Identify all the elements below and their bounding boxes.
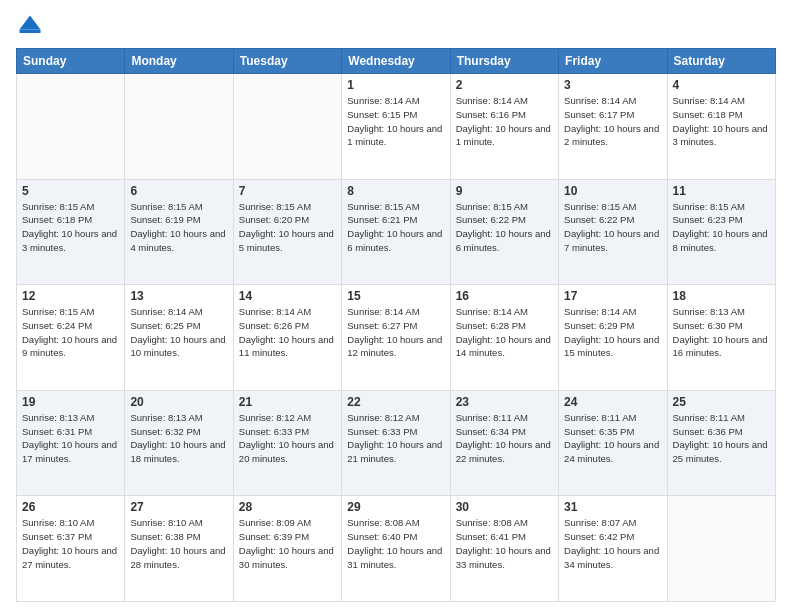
calendar-cell (233, 74, 341, 180)
day-number: 2 (456, 78, 553, 92)
calendar-table: SundayMondayTuesdayWednesdayThursdayFrid… (16, 48, 776, 602)
day-number: 21 (239, 395, 336, 409)
day-number: 4 (673, 78, 770, 92)
day-info: Sunrise: 8:14 AM Sunset: 6:18 PM Dayligh… (673, 94, 770, 149)
calendar-day-header: Wednesday (342, 49, 450, 74)
day-number: 23 (456, 395, 553, 409)
day-number: 31 (564, 500, 661, 514)
calendar-cell: 5Sunrise: 8:15 AM Sunset: 6:18 PM Daylig… (17, 179, 125, 285)
calendar-cell: 2Sunrise: 8:14 AM Sunset: 6:16 PM Daylig… (450, 74, 558, 180)
day-info: Sunrise: 8:11 AM Sunset: 6:36 PM Dayligh… (673, 411, 770, 466)
day-info: Sunrise: 8:12 AM Sunset: 6:33 PM Dayligh… (347, 411, 444, 466)
day-info: Sunrise: 8:15 AM Sunset: 6:22 PM Dayligh… (564, 200, 661, 255)
day-number: 1 (347, 78, 444, 92)
day-info: Sunrise: 8:15 AM Sunset: 6:18 PM Dayligh… (22, 200, 119, 255)
day-number: 27 (130, 500, 227, 514)
day-number: 28 (239, 500, 336, 514)
day-info: Sunrise: 8:14 AM Sunset: 6:27 PM Dayligh… (347, 305, 444, 360)
day-info: Sunrise: 8:11 AM Sunset: 6:34 PM Dayligh… (456, 411, 553, 466)
day-number: 17 (564, 289, 661, 303)
svg-rect-1 (20, 30, 41, 34)
day-info: Sunrise: 8:09 AM Sunset: 6:39 PM Dayligh… (239, 516, 336, 571)
day-number: 26 (22, 500, 119, 514)
day-info: Sunrise: 8:14 AM Sunset: 6:28 PM Dayligh… (456, 305, 553, 360)
calendar-cell: 11Sunrise: 8:15 AM Sunset: 6:23 PM Dayli… (667, 179, 775, 285)
day-info: Sunrise: 8:12 AM Sunset: 6:33 PM Dayligh… (239, 411, 336, 466)
calendar-cell: 10Sunrise: 8:15 AM Sunset: 6:22 PM Dayli… (559, 179, 667, 285)
day-number: 10 (564, 184, 661, 198)
day-info: Sunrise: 8:14 AM Sunset: 6:25 PM Dayligh… (130, 305, 227, 360)
calendar-day-header: Tuesday (233, 49, 341, 74)
day-info: Sunrise: 8:14 AM Sunset: 6:29 PM Dayligh… (564, 305, 661, 360)
calendar-cell: 29Sunrise: 8:08 AM Sunset: 6:40 PM Dayli… (342, 496, 450, 602)
day-number: 11 (673, 184, 770, 198)
calendar-cell: 30Sunrise: 8:08 AM Sunset: 6:41 PM Dayli… (450, 496, 558, 602)
calendar-cell: 27Sunrise: 8:10 AM Sunset: 6:38 PM Dayli… (125, 496, 233, 602)
calendar-cell: 3Sunrise: 8:14 AM Sunset: 6:17 PM Daylig… (559, 74, 667, 180)
calendar-week-row: 12Sunrise: 8:15 AM Sunset: 6:24 PM Dayli… (17, 285, 776, 391)
calendar-cell: 8Sunrise: 8:15 AM Sunset: 6:21 PM Daylig… (342, 179, 450, 285)
calendar-cell: 26Sunrise: 8:10 AM Sunset: 6:37 PM Dayli… (17, 496, 125, 602)
calendar-cell: 24Sunrise: 8:11 AM Sunset: 6:35 PM Dayli… (559, 390, 667, 496)
day-info: Sunrise: 8:11 AM Sunset: 6:35 PM Dayligh… (564, 411, 661, 466)
calendar-cell: 21Sunrise: 8:12 AM Sunset: 6:33 PM Dayli… (233, 390, 341, 496)
day-number: 13 (130, 289, 227, 303)
day-number: 30 (456, 500, 553, 514)
calendar-cell: 22Sunrise: 8:12 AM Sunset: 6:33 PM Dayli… (342, 390, 450, 496)
day-info: Sunrise: 8:14 AM Sunset: 6:15 PM Dayligh… (347, 94, 444, 149)
calendar-header-row: SundayMondayTuesdayWednesdayThursdayFrid… (17, 49, 776, 74)
calendar-cell: 14Sunrise: 8:14 AM Sunset: 6:26 PM Dayli… (233, 285, 341, 391)
calendar-cell: 6Sunrise: 8:15 AM Sunset: 6:19 PM Daylig… (125, 179, 233, 285)
day-info: Sunrise: 8:14 AM Sunset: 6:26 PM Dayligh… (239, 305, 336, 360)
day-info: Sunrise: 8:13 AM Sunset: 6:31 PM Dayligh… (22, 411, 119, 466)
day-info: Sunrise: 8:10 AM Sunset: 6:37 PM Dayligh… (22, 516, 119, 571)
day-number: 8 (347, 184, 444, 198)
calendar-cell: 28Sunrise: 8:09 AM Sunset: 6:39 PM Dayli… (233, 496, 341, 602)
day-number: 3 (564, 78, 661, 92)
calendar-cell: 9Sunrise: 8:15 AM Sunset: 6:22 PM Daylig… (450, 179, 558, 285)
day-info: Sunrise: 8:08 AM Sunset: 6:41 PM Dayligh… (456, 516, 553, 571)
day-info: Sunrise: 8:08 AM Sunset: 6:40 PM Dayligh… (347, 516, 444, 571)
calendar-cell (125, 74, 233, 180)
day-number: 14 (239, 289, 336, 303)
day-number: 5 (22, 184, 119, 198)
day-info: Sunrise: 8:15 AM Sunset: 6:19 PM Dayligh… (130, 200, 227, 255)
day-number: 15 (347, 289, 444, 303)
day-number: 6 (130, 184, 227, 198)
calendar-day-header: Friday (559, 49, 667, 74)
calendar-week-row: 5Sunrise: 8:15 AM Sunset: 6:18 PM Daylig… (17, 179, 776, 285)
day-number: 7 (239, 184, 336, 198)
calendar-cell: 25Sunrise: 8:11 AM Sunset: 6:36 PM Dayli… (667, 390, 775, 496)
calendar-cell: 23Sunrise: 8:11 AM Sunset: 6:34 PM Dayli… (450, 390, 558, 496)
day-info: Sunrise: 8:15 AM Sunset: 6:24 PM Dayligh… (22, 305, 119, 360)
calendar-cell: 7Sunrise: 8:15 AM Sunset: 6:20 PM Daylig… (233, 179, 341, 285)
calendar-cell: 31Sunrise: 8:07 AM Sunset: 6:42 PM Dayli… (559, 496, 667, 602)
calendar-week-row: 1Sunrise: 8:14 AM Sunset: 6:15 PM Daylig… (17, 74, 776, 180)
day-info: Sunrise: 8:15 AM Sunset: 6:20 PM Dayligh… (239, 200, 336, 255)
day-info: Sunrise: 8:15 AM Sunset: 6:22 PM Dayligh… (456, 200, 553, 255)
day-number: 20 (130, 395, 227, 409)
calendar-cell: 17Sunrise: 8:14 AM Sunset: 6:29 PM Dayli… (559, 285, 667, 391)
calendar-cell: 15Sunrise: 8:14 AM Sunset: 6:27 PM Dayli… (342, 285, 450, 391)
logo-icon (16, 12, 44, 40)
day-number: 9 (456, 184, 553, 198)
day-info: Sunrise: 8:10 AM Sunset: 6:38 PM Dayligh… (130, 516, 227, 571)
calendar-day-header: Saturday (667, 49, 775, 74)
day-info: Sunrise: 8:15 AM Sunset: 6:23 PM Dayligh… (673, 200, 770, 255)
day-info: Sunrise: 8:15 AM Sunset: 6:21 PM Dayligh… (347, 200, 444, 255)
day-number: 29 (347, 500, 444, 514)
day-number: 12 (22, 289, 119, 303)
calendar-cell: 16Sunrise: 8:14 AM Sunset: 6:28 PM Dayli… (450, 285, 558, 391)
calendar-cell: 20Sunrise: 8:13 AM Sunset: 6:32 PM Dayli… (125, 390, 233, 496)
day-number: 24 (564, 395, 661, 409)
day-info: Sunrise: 8:13 AM Sunset: 6:32 PM Dayligh… (130, 411, 227, 466)
calendar-cell: 12Sunrise: 8:15 AM Sunset: 6:24 PM Dayli… (17, 285, 125, 391)
day-number: 25 (673, 395, 770, 409)
page: SundayMondayTuesdayWednesdayThursdayFrid… (0, 0, 792, 612)
calendar-cell: 13Sunrise: 8:14 AM Sunset: 6:25 PM Dayli… (125, 285, 233, 391)
day-info: Sunrise: 8:14 AM Sunset: 6:16 PM Dayligh… (456, 94, 553, 149)
calendar-cell: 4Sunrise: 8:14 AM Sunset: 6:18 PM Daylig… (667, 74, 775, 180)
calendar-day-header: Monday (125, 49, 233, 74)
logo (16, 12, 48, 40)
calendar-cell: 19Sunrise: 8:13 AM Sunset: 6:31 PM Dayli… (17, 390, 125, 496)
